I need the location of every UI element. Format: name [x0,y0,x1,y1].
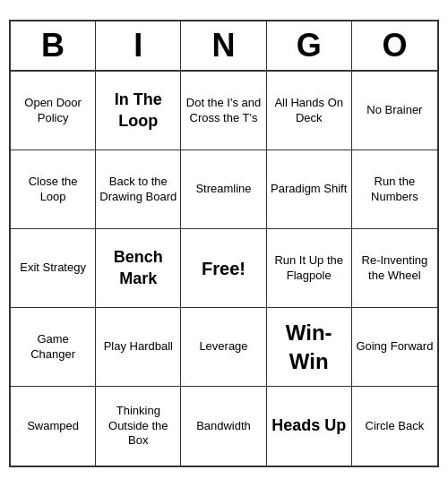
bingo-cell: Game Changer [11,308,96,387]
bingo-cell: Play Hardball [96,308,181,387]
bingo-cell: Paradigm Shift [267,150,352,229]
bingo-cell: Circle Back [352,387,437,466]
header-letter: O [352,21,437,70]
bingo-cell: Exit Strategy [11,229,96,308]
header-letter: N [181,21,266,70]
bingo-card: BINGO Open Door PolicyIn The LoopDot the… [9,20,439,467]
bingo-cell: Run It Up the Flagpole [267,229,352,308]
bingo-cell: Open Door Policy [11,72,96,150]
bingo-cell: Dot the I's and Cross the T's [181,72,266,150]
bingo-cell: Going Forward [352,308,437,387]
bingo-cell: Heads Up [267,387,352,466]
bingo-cell: All Hands On Deck [267,72,352,150]
bingo-cell: In The Loop [96,72,181,150]
header-letter: I [96,21,181,70]
bingo-cell: Streamline [181,150,266,229]
bingo-header: BINGO [11,21,437,72]
bingo-cell: Bandwidth [181,387,266,466]
bingo-cell: No Brainer [352,72,437,150]
bingo-cell: Thinking Outside the Box [96,387,181,466]
bingo-cell: Win-Win [267,308,352,387]
header-letter: G [267,21,352,70]
bingo-grid: Open Door PolicyIn The LoopDot the I's a… [11,72,437,466]
bingo-cell: Free! [181,229,266,308]
bingo-cell: Swamped [11,387,96,466]
header-letter: B [11,21,96,70]
bingo-cell: Leverage [181,308,266,387]
bingo-cell: Close the Loop [11,150,96,229]
bingo-cell: Re-Inventing the Wheel [352,229,437,308]
bingo-cell: Back to the Drawing Board [96,150,181,229]
bingo-cell: Run the Numbers [352,150,437,229]
bingo-cell: Bench Mark [96,229,181,308]
